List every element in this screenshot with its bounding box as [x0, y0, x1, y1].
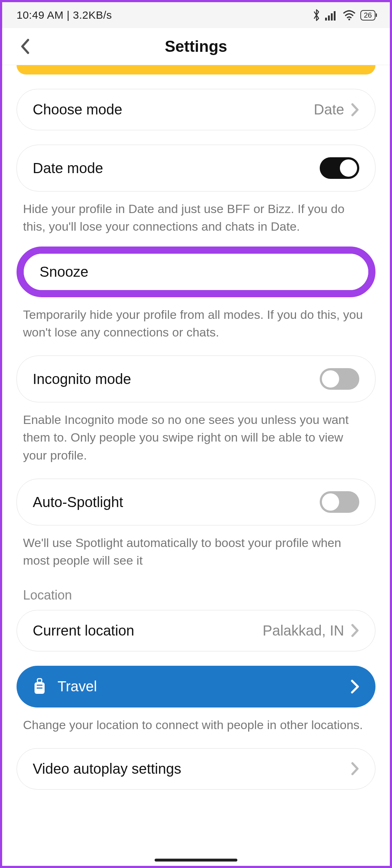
- current-location-row[interactable]: Current location Palakkad, IN: [17, 610, 375, 651]
- svg-rect-3: [334, 11, 336, 21]
- status-bar: 10:49 AM | 3.2KB/s 26: [2, 2, 390, 28]
- date-mode-toggle[interactable]: [320, 157, 359, 179]
- back-button[interactable]: [20, 39, 30, 54]
- svg-rect-0: [325, 18, 327, 21]
- date-mode-row[interactable]: Date mode: [17, 145, 375, 191]
- wifi-icon: [342, 10, 356, 21]
- travel-label: Travel: [58, 678, 97, 695]
- choose-mode-row[interactable]: Choose mode Date: [17, 89, 375, 130]
- nav-header: Settings: [2, 28, 390, 65]
- chevron-right-icon: [350, 679, 360, 694]
- auto-spotlight-row[interactable]: Auto-Spotlight: [17, 479, 375, 525]
- incognito-toggle[interactable]: [320, 368, 359, 390]
- chevron-right-icon: [351, 103, 359, 117]
- svg-point-4: [348, 19, 350, 21]
- date-mode-label: Date mode: [33, 160, 103, 176]
- location-section-label: Location: [17, 570, 375, 603]
- incognito-row[interactable]: Incognito mode: [17, 356, 375, 402]
- auto-spotlight-toggle[interactable]: [320, 491, 359, 513]
- travel-row[interactable]: Travel: [17, 666, 375, 707]
- date-mode-help: Hide your profile in Date and just use B…: [17, 191, 375, 236]
- battery-icon: 26: [360, 10, 375, 21]
- chevron-right-icon: [351, 762, 359, 776]
- video-autoplay-label: Video autoplay settings: [33, 761, 181, 777]
- snooze-help: Temporarily hide your profile from all m…: [17, 297, 375, 342]
- home-indicator[interactable]: [155, 859, 237, 862]
- status-time-net: 10:49 AM | 3.2KB/s: [17, 9, 112, 21]
- auto-spotlight-label: Auto-Spotlight: [33, 494, 123, 510]
- luggage-icon: [32, 678, 47, 695]
- incognito-help: Enable Incognito mode so no one sees you…: [17, 402, 375, 464]
- cellular-signal-icon: [325, 10, 338, 21]
- chevron-right-icon: [351, 624, 359, 637]
- snooze-row[interactable]: Snooze: [24, 254, 368, 290]
- status-right: 26: [312, 9, 375, 22]
- yellow-banner-strip: [17, 65, 375, 74]
- travel-help: Change your location to connect with peo…: [17, 707, 375, 734]
- video-autoplay-row[interactable]: Video autoplay settings: [17, 748, 375, 790]
- current-location-label: Current location: [33, 623, 134, 639]
- snooze-label: Snooze: [40, 264, 88, 280]
- bluetooth-icon: [312, 9, 321, 22]
- svg-rect-2: [331, 13, 333, 21]
- svg-rect-1: [328, 15, 330, 21]
- svg-rect-5: [37, 679, 42, 682]
- choose-mode-label: Choose mode: [33, 101, 122, 118]
- current-location-value: Palakkad, IN: [263, 623, 344, 639]
- choose-mode-value: Date: [314, 101, 345, 118]
- snooze-highlight: Snooze: [17, 247, 375, 297]
- auto-spotlight-help: We'll use Spotlight automatically to boo…: [17, 525, 375, 570]
- incognito-label: Incognito mode: [33, 371, 131, 387]
- page-title: Settings: [165, 37, 227, 55]
